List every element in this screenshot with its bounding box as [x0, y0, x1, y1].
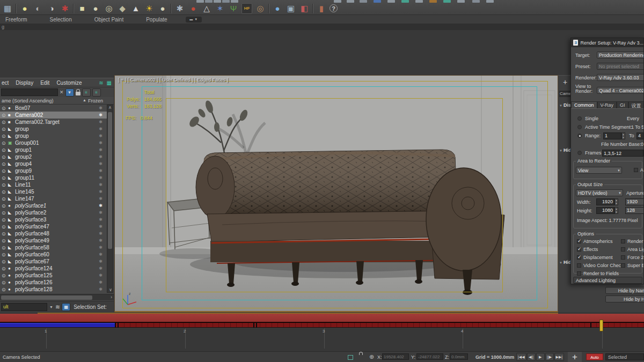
visibility-eye-icon[interactable]: ⊙: [2, 287, 8, 292]
area-to-render-dropdown[interactable]: View▼: [576, 167, 622, 174]
frozen-icon[interactable]: ✱: [99, 175, 103, 180]
keyframe-marker[interactable]: [256, 322, 257, 328]
scroll-down-arrow[interactable]: ∨: [109, 287, 112, 292]
cone-icon[interactable]: ▲: [130, 3, 141, 14]
visibility-eye-icon[interactable]: ⊙: [2, 273, 8, 278]
render-dialog-tab[interactable]: V-Ray: [597, 101, 617, 108]
explorer-row[interactable]: ⊙ ● polySurface124 ✱: [0, 265, 107, 272]
transport-button[interactable]: ▶▶|: [554, 353, 565, 361]
lock-icon[interactable]: [76, 92, 80, 95]
frozen-icon[interactable]: ✱: [99, 266, 103, 271]
explorer-row[interactable]: ⊙ ◣ group ✱: [0, 132, 107, 139]
frozen-icon[interactable]: ✱: [99, 141, 103, 145]
scrollbar-thumb[interactable]: [108, 112, 112, 249]
explorer-column-header[interactable]: ame (Sorted Ascending) ▲ Frozen: [0, 97, 114, 105]
sphere-icon[interactable]: ●: [157, 3, 168, 14]
clear-search-icon[interactable]: ✕: [60, 90, 64, 95]
auto-key-button[interactable]: Auto Key: [586, 353, 603, 360]
option-checkbox[interactable]: Super Blac: [621, 261, 644, 269]
preset-dropdown[interactable]: No preset selected: [597, 63, 644, 70]
preset-1280-button[interactable]: 128: [625, 207, 644, 214]
frozen-icon[interactable]: ✱: [99, 280, 103, 285]
track-bar-selected-range[interactable]: [0, 323, 116, 327]
auto-region-checkbox[interactable]: A: [634, 167, 643, 173]
single-radio[interactable]: [577, 116, 582, 121]
explorer-menu-item[interactable]: ect: [2, 80, 9, 86]
hair-fur-icon[interactable]: HF: [241, 3, 252, 14]
name-column-header[interactable]: ame (Sorted Ascending): [2, 98, 54, 104]
frozen-icon[interactable]: ✱: [99, 154, 103, 159]
visibility-eye-icon[interactable]: ⊙: [2, 106, 8, 111]
render-dialog-tab[interactable]: GI: [617, 101, 628, 108]
scrollbar-thumb[interactable]: [1, 295, 92, 300]
transport-button[interactable]: ||▶: [545, 353, 554, 361]
flat-view-icon[interactable]: ≡: [92, 88, 101, 97]
material-cluster-icon[interactable]: ✱: [60, 3, 70, 14]
explorer-menu-item[interactable]: Edit: [40, 80, 49, 86]
explorer-row[interactable]: ⊙ ◣ polySurface48 ✱: [0, 230, 107, 237]
explorer-row[interactable]: ⊙ ◣ group2 ✱: [0, 153, 107, 160]
filter-funnel-button[interactable]: ▼: [65, 88, 74, 97]
explorer-row[interactable]: ⊙ ◣ polySurface47 ✱: [0, 223, 107, 230]
visibility-eye-icon[interactable]: ⊙: [2, 147, 8, 153]
visibility-eye-icon[interactable]: ⊙: [2, 224, 8, 230]
frozen-icon[interactable]: ✱: [99, 106, 103, 110]
blue-sphere-icon[interactable]: ●: [272, 3, 283, 14]
visibility-eye-icon[interactable]: ⊙: [2, 245, 8, 250]
explorer-row[interactable]: ⊙ ◣ polySurface67 ✱: [0, 258, 107, 265]
transport-button[interactable]: ▶: [536, 353, 545, 361]
frozen-icon[interactable]: ✱: [99, 147, 103, 152]
explorer-menu-item[interactable]: Customize: [56, 80, 82, 86]
frozen-icon[interactable]: ✱: [99, 189, 103, 194]
visibility-eye-icon[interactable]: ⊙: [2, 120, 8, 125]
scroll-up-arrow[interactable]: ∧: [108, 105, 112, 110]
keyframe-marker[interactable]: [253, 322, 254, 328]
light-bulb-icon[interactable]: ●: [19, 3, 30, 14]
y-coord-field[interactable]: [416, 353, 443, 360]
hide-by-hit-button[interactable]: Hide by Hit: [605, 295, 644, 302]
frames-radio[interactable]: [577, 151, 582, 155]
donut-icon[interactable]: ◎: [255, 3, 266, 14]
visibility-eye-icon[interactable]: ⊙: [2, 203, 8, 209]
target-dropdown[interactable]: Production Rendering Mo: [597, 51, 644, 58]
frozen-icon[interactable]: ✱: [99, 161, 103, 166]
transport-button[interactable]: |◀◀: [516, 353, 526, 361]
explorer-search-input[interactable]: [1, 88, 58, 96]
visibility-eye-icon[interactable]: ⊙: [2, 231, 8, 237]
visibility-eye-icon[interactable]: ⊙: [2, 113, 8, 118]
camera-icon[interactable]: ◐: [33, 3, 43, 14]
frozen-icon[interactable]: ✱: [99, 245, 103, 250]
active-time-radio[interactable]: [577, 125, 582, 129]
explorer-row[interactable]: ⊙ ◣ polySurface49 ✱: [0, 237, 107, 244]
explorer-row[interactable]: ⊙ ◣ group ✱: [0, 125, 107, 132]
ribbon-minimize-chip[interactable]: ▬ ▼: [186, 17, 202, 23]
frozen-icon[interactable]: ✱: [99, 259, 103, 264]
toolbar-divider[interactable]: [312, 4, 313, 13]
range-from-field[interactable]: 1: [603, 132, 621, 139]
viewport-label[interactable]: [ + ] [ Camera002 ] [ User Defined ] [ E…: [118, 77, 228, 83]
output-size-preset-dropdown[interactable]: HDTV (video)▼: [576, 189, 623, 196]
visibility-eye-icon[interactable]: ⊙: [2, 189, 8, 195]
visibility-eye-icon[interactable]: ⊙: [2, 134, 8, 139]
explorer-row[interactable]: ⊙ ◣ group11 ✱: [0, 174, 107, 181]
option-checkbox[interactable]: Render Hi: [621, 237, 644, 245]
explorer-row[interactable]: ⊙ ◣ polySurface60 ✱: [0, 251, 107, 258]
add-time-tag-plus[interactable]: +: [568, 352, 582, 362]
visibility-eye-icon[interactable]: ⊙: [2, 141, 8, 146]
frozen-icon[interactable]: ✱: [99, 217, 103, 222]
width-field[interactable]: 1920: [596, 198, 614, 205]
frozen-icon[interactable]: ✱: [99, 203, 103, 208]
ribbon-tab[interactable]: Populate: [146, 17, 167, 23]
advanced-lighting-rollout[interactable]: Advanced Lighting: [573, 277, 642, 284]
visibility-eye-icon[interactable]: ⊙: [2, 210, 8, 216]
toolbar-divider[interactable]: [268, 4, 269, 13]
bone-tool-icon[interactable]: ●: [188, 3, 199, 14]
frozen-icon[interactable]: ✱: [99, 238, 103, 243]
explorer-row[interactable]: ⊙ ◣ polySurface2 ✱: [0, 209, 107, 216]
visibility-eye-icon[interactable]: ⊙: [2, 280, 8, 285]
frozen-icon[interactable]: ✱: [99, 224, 103, 229]
list-view-icon[interactable]: ≋: [99, 80, 103, 86]
height-field[interactable]: 1080: [596, 207, 614, 214]
visibility-eye-icon[interactable]: ⊙: [2, 259, 8, 264]
fractal-flower-icon[interactable]: ✶: [215, 3, 225, 14]
